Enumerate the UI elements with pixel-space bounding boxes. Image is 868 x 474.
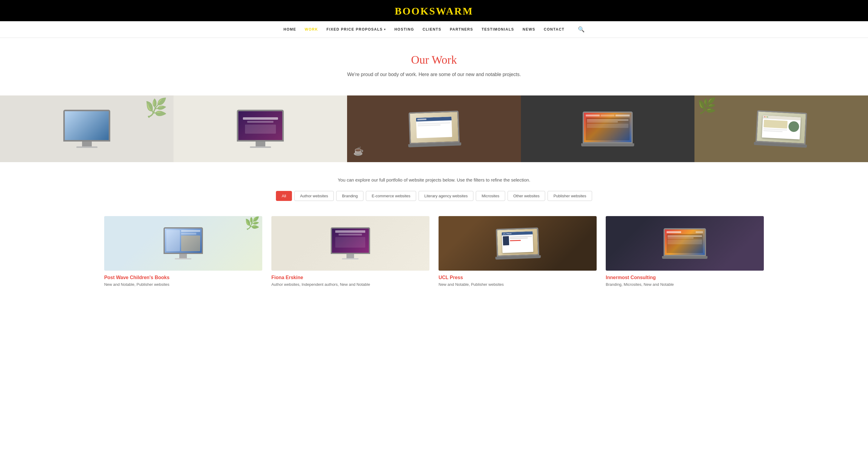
portfolio-item-ucl[interactable]: UCL PRESS — [438, 216, 597, 287]
hero-panel-4 — [521, 95, 694, 162]
logo[interactable]: BOOKSWARM — [0, 5, 868, 17]
filter-ecommerce[interactable]: E-commerce websites — [366, 191, 416, 201]
plant-decoration-1: 🌿 — [145, 97, 167, 119]
main-nav: HOME WORK FIXED PRICE PROPOSALS ▾ HOSTIN… — [0, 21, 868, 38]
hero-panel-2 — [174, 95, 347, 162]
imac-mockup-2 — [237, 110, 284, 148]
laptop-mockup-2 — [581, 112, 634, 146]
search-icon[interactable]: 🔍 — [578, 26, 585, 33]
nav-testimonials[interactable]: TESTIMONIALS — [482, 27, 514, 31]
page-subtitle: We're proud of our body of work. Here ar… — [6, 72, 862, 77]
portfolio-tags-innermost: Branding, Microsites, New and Notable — [606, 282, 764, 287]
site-header: BOOKSWARM — [0, 0, 868, 21]
nav-home[interactable]: HOME — [283, 27, 296, 31]
page-title: Our Work — [6, 53, 862, 66]
filter-literary[interactable]: Literary agency websites — [418, 191, 473, 201]
nav-partners[interactable]: PARTNERS — [450, 27, 473, 31]
portfolio-tags-ucl: New and Notable, Publisher websites — [438, 282, 597, 287]
laptop-mockup-3 — [754, 110, 809, 148]
portfolio-item-innermost[interactable]: Innermost Consulting Branding, Microsite… — [606, 216, 764, 287]
portfolio-thumb-post-wave: 🌿 — [104, 216, 262, 271]
filter-microsites[interactable]: Microsites — [476, 191, 505, 201]
filter-branding[interactable]: Branding — [336, 191, 364, 201]
nav-news[interactable]: NEWS — [523, 27, 535, 31]
portfolio-item-post-wave[interactable]: 🌿 Post Wave Children's Books New and Not… — [104, 216, 262, 287]
hero-panel-5: 🌿 — [694, 95, 868, 162]
portfolio-thumb-fiona — [271, 216, 430, 271]
filter-publisher[interactable]: Publisher websites — [548, 191, 592, 201]
nav-hosting[interactable]: HOSTING — [394, 27, 414, 31]
filter-buttons: All Author websites Branding E-commerce … — [130, 191, 738, 201]
filter-other[interactable]: Other websites — [507, 191, 546, 201]
nav-fixed-price[interactable]: FIXED PRICE PROPOSALS ▾ — [327, 27, 386, 31]
page-title-section: Our Work We're proud of our body of work… — [0, 38, 868, 83]
filter-author[interactable]: Author websites — [294, 191, 334, 201]
portfolio-name-ucl[interactable]: UCL Press — [438, 275, 597, 280]
portfolio-name-post-wave[interactable]: Post Wave Children's Books — [104, 275, 262, 280]
imac-mockup-1 — [63, 110, 110, 148]
nav-contact[interactable]: CONTACT — [544, 27, 564, 31]
laptop-mockup-1 — [407, 110, 461, 147]
portfolio-name-innermost[interactable]: Innermost Consulting — [606, 275, 764, 280]
filter-all[interactable]: All — [276, 191, 292, 201]
filter-description: You can explore our full portfolio of we… — [130, 177, 738, 182]
portfolio-name-fiona[interactable]: Fiona Erskine — [271, 275, 430, 280]
portfolio-thumb-ucl: UCL PRESS — [438, 216, 597, 271]
chevron-down-icon: ▾ — [384, 28, 386, 31]
hero-panel-3: ☕ — [347, 95, 521, 162]
plant-decoration-2: 🌿 — [698, 97, 716, 115]
filter-section: You can explore our full portfolio of we… — [0, 162, 868, 210]
nav-clients[interactable]: CLIENTS — [423, 27, 441, 31]
portfolio-item-fiona[interactable]: Fiona Erskine Author websites, Independe… — [271, 216, 430, 287]
portfolio-tags-post-wave: New and Notable, Publisher websites — [104, 282, 262, 287]
portfolio-tags-fiona: Author websites, Independent authors, Ne… — [271, 282, 430, 287]
portfolio-thumb-innermost — [606, 216, 764, 271]
hero-banner: 🌿 — [0, 95, 868, 162]
nav-work[interactable]: WORK — [305, 27, 318, 31]
hero-panel-1: 🌿 — [0, 95, 174, 162]
portfolio-grid: 🌿 Post Wave Children's Books New and Not… — [0, 210, 868, 305]
